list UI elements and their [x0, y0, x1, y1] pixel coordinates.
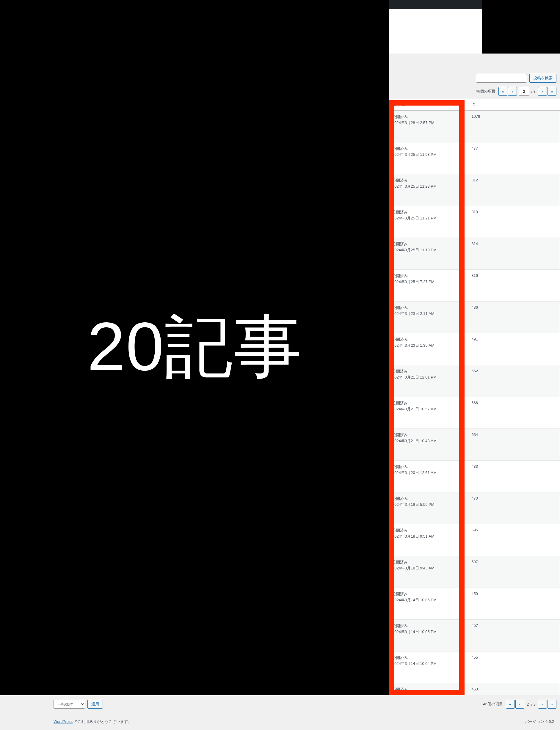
- cell-date: 公開済み2024年3月28日 2:57 PM: [389, 111, 469, 142]
- cell-id: 483: [468, 461, 560, 492]
- row-status: 公開済み: [392, 623, 465, 629]
- row-datetime: 2024年3月23日 2:11 AM: [392, 311, 465, 316]
- table-row: 公開済み2024年3月14日 10:06 PM459: [389, 588, 560, 620]
- pager-separator: /: [531, 89, 532, 94]
- row-datetime: 2024年3月23日 1:35 AM: [392, 343, 465, 348]
- row-datetime: 2024年3月21日 10:43 AM: [392, 438, 465, 444]
- table-row: 公開済み2024年3月25日 7:27 PM816: [389, 270, 560, 302]
- footer-version: バージョン 6.6.2: [525, 719, 554, 724]
- row-status: 公開済み: [392, 401, 465, 406]
- bulk-action-select[interactable]: 一括操作: [54, 700, 85, 709]
- cell-date: 公開済み2024年3月18日 5:59 PM: [389, 492, 469, 524]
- pager-last-button[interactable]: »: [548, 87, 556, 96]
- cell-date: 公開済み2024年3月21日 10:57 AM: [389, 397, 469, 429]
- bottom-actions-row: 一括操作 適用 46個の項目 « ‹ 2 / 3 › »: [0, 695, 560, 713]
- table-row: 公開済み2024年3月18日 5:59 PM470: [389, 492, 560, 524]
- col-header-date[interactable]: 日付 ▲▼: [389, 99, 469, 111]
- search-row: 投稿を検索: [389, 54, 560, 86]
- table-row: 公開済み2024年3月25日 11:21 PM810: [389, 206, 560, 238]
- cell-id: 812: [468, 174, 560, 206]
- admin-bar-fragment: [389, 0, 482, 9]
- row-status: 公開済み: [392, 178, 465, 183]
- cell-id: 486: [468, 302, 560, 333]
- admin-footer: WordPress のご利用ありがとうございます。 バージョン 6.6.2: [0, 713, 560, 730]
- admin-bar-right-mask: [482, 0, 560, 40]
- row-status: 公開済み: [392, 591, 465, 597]
- cell-id: 595: [468, 524, 560, 556]
- table-row: 公開済み2024年3月28日 2:57 PM1076: [389, 111, 560, 142]
- cell-date: 公開済み2024年3月25日 11:58 PM: [389, 142, 469, 174]
- row-datetime: 2024年3月25日 7:27 PM: [392, 279, 465, 285]
- cell-date: 公開済み2024年3月23日 1:35 AM: [389, 333, 469, 365]
- row-status: 公開済み: [392, 241, 465, 247]
- row-datetime: 2024年3月14日 10:06 PM: [392, 597, 465, 603]
- row-status: 公開済み: [392, 210, 465, 215]
- cell-id: 459: [468, 588, 560, 620]
- cell-id: 470: [468, 492, 560, 524]
- table-row: 公開済み2024年3月21日 10:43 AM664: [389, 429, 560, 461]
- table-row: 公開済み2024年3月21日 12:01 PM662: [389, 365, 560, 397]
- pager-first-button-bottom[interactable]: «: [506, 700, 515, 709]
- pagination-bottom: 46個の項目 « ‹ 2 / 3 › »: [483, 700, 556, 709]
- pager-prev-button-bottom[interactable]: ‹: [515, 700, 524, 709]
- page-header-fragment: [389, 9, 482, 54]
- row-status: 公開済み: [392, 528, 465, 533]
- cell-date: 公開済み2024年3月20日 12:51 AM: [389, 461, 469, 492]
- col-header-date-label: 日付: [392, 102, 400, 107]
- row-datetime: 2024年3月18日 9:51 AM: [392, 534, 465, 539]
- row-datetime: 2024年3月18日 9:43 AM: [392, 566, 465, 571]
- row-status: 公開済み: [392, 337, 465, 342]
- row-datetime: 2024年3月20日 12:51 AM: [392, 470, 465, 475]
- pagination-top: 46個の項目 « ‹ / 3 › »: [389, 86, 560, 99]
- posts-list-panel: 投稿を検索 46個の項目 « ‹ / 3 › » 日付 ▲▼ ID 公開済み20…: [389, 54, 560, 730]
- row-status: 公開済み: [392, 560, 465, 565]
- row-datetime: 2024年3月28日 2:57 PM: [392, 120, 465, 125]
- row-datetime: 2024年3月25日 11:58 PM: [392, 152, 465, 157]
- cell-date: 公開済み2024年3月23日 2:11 AM: [389, 302, 469, 333]
- table-row: 公開済み2024年3月14日 10:05 PM457: [389, 620, 560, 651]
- cell-id: 597: [468, 556, 560, 588]
- table-row: 公開済み2024年3月25日 11:58 PM477: [389, 142, 560, 174]
- cell-date: 公開済み2024年3月18日 9:43 AM: [389, 556, 469, 588]
- cell-date: 公開済み2024年3月14日 10:04 PM: [389, 651, 469, 683]
- footer-thanks: のご利用ありがとうございます。: [73, 719, 132, 724]
- pager-current-input[interactable]: [519, 87, 529, 96]
- cell-id: 1076: [468, 111, 560, 142]
- row-status: 公開済み: [392, 114, 465, 120]
- table-row: 公開済み2024年3月25日 11:23 PM812: [389, 174, 560, 206]
- row-datetime: 2024年3月25日 11:23 PM: [392, 184, 465, 189]
- cell-date: 公開済み2024年3月14日 10:06 PM: [389, 588, 469, 620]
- wordpress-link[interactable]: WordPress: [54, 719, 73, 724]
- cell-date: 公開済み2024年3月25日 11:19 PM: [389, 238, 469, 270]
- pager-next-button-bottom[interactable]: ›: [538, 700, 547, 709]
- cell-date: 公開済み2024年3月21日 12:01 PM: [389, 365, 469, 397]
- pager-next-button[interactable]: ›: [538, 87, 547, 96]
- table-row: 公開済み2024年3月23日 2:11 AM486: [389, 302, 560, 333]
- items-count: 46個の項目: [476, 89, 495, 94]
- table-row: 公開済み2024年3月14日 10:04 PM455: [389, 651, 560, 683]
- table-row: 公開済み2024年3月20日 12:51 AM483: [389, 461, 560, 492]
- row-datetime: 2024年3月14日 10:05 PM: [392, 629, 465, 635]
- pager-last-button-bottom[interactable]: »: [548, 700, 556, 709]
- row-datetime: 2024年3月21日 10:57 AM: [392, 406, 465, 412]
- annotation-text: 20記事: [87, 302, 302, 394]
- search-button[interactable]: 投稿を検索: [529, 74, 556, 83]
- row-datetime: 2024年3月21日 12:01 PM: [392, 375, 465, 380]
- row-status: 公開済み: [392, 496, 465, 501]
- pager-first-button[interactable]: «: [498, 87, 507, 96]
- row-status: 公開済み: [392, 305, 465, 310]
- pager-separator-bottom: /: [531, 702, 532, 707]
- pager-total-pages-bottom: 3: [534, 702, 536, 707]
- cell-id: 814: [468, 238, 560, 270]
- table-row: 公開済み2024年3月25日 11:19 PM814: [389, 238, 560, 270]
- table-row: 公開済み2024年3月21日 10:57 AM666: [389, 397, 560, 429]
- row-datetime: 2024年3月25日 11:19 PM: [392, 247, 465, 253]
- bulk-apply-button[interactable]: 適用: [87, 700, 103, 709]
- row-status: 公開済み: [392, 369, 465, 374]
- pager-total-pages: 3: [534, 89, 536, 94]
- pager-prev-button[interactable]: ‹: [508, 87, 517, 96]
- cell-date: 公開済み2024年3月14日 10:05 PM: [389, 620, 469, 651]
- items-count-bottom: 46個の項目: [483, 701, 503, 707]
- search-input[interactable]: [476, 74, 527, 83]
- col-header-id[interactable]: ID: [468, 99, 560, 111]
